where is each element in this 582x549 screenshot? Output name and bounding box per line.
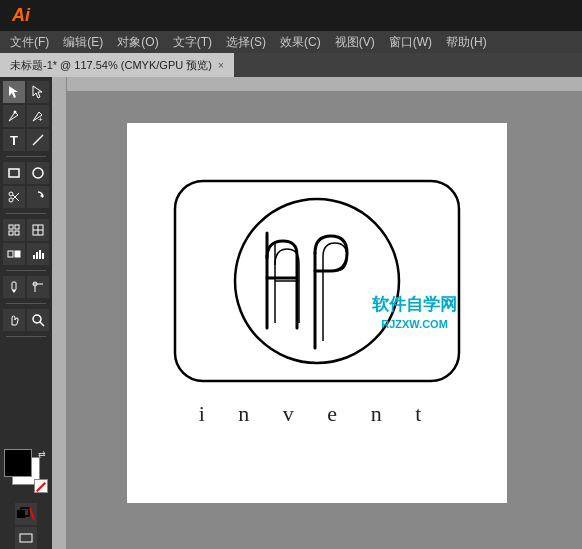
toolbar: + T (0, 77, 52, 549)
svg-rect-19 (8, 251, 13, 257)
svg-marker-1 (33, 86, 42, 98)
tool-group-pen: + (0, 105, 52, 127)
svg-rect-24 (42, 253, 44, 259)
pencil-tool[interactable] (3, 276, 25, 298)
tool-group-hand (0, 309, 52, 331)
menu-text[interactable]: 文字(T) (167, 32, 218, 53)
svg-marker-11 (40, 194, 43, 198)
pen-tool[interactable] (3, 105, 25, 127)
scissors-tool[interactable] (3, 186, 25, 208)
svg-point-8 (9, 198, 13, 202)
zoom-tool[interactable] (27, 309, 49, 331)
tool-group-paint (0, 276, 52, 298)
tool-group-shape (0, 162, 52, 184)
mesh-tool[interactable] (27, 276, 49, 298)
rect-tool[interactable] (3, 162, 25, 184)
svg-rect-22 (36, 252, 38, 259)
menu-edit[interactable]: 编辑(E) (57, 32, 109, 53)
ruler-horizontal (52, 77, 582, 92)
svg-text:i n v e n t: i n v e n t (199, 401, 436, 426)
svg-line-31 (40, 322, 44, 326)
menu-help[interactable]: 帮助(H) (440, 32, 493, 53)
rotate-tool[interactable] (27, 186, 49, 208)
svg-rect-13 (15, 225, 19, 229)
hp-logo: i n v e n t 软件自学网 RJZXW.COM (167, 173, 467, 453)
symbol-tool[interactable] (27, 219, 49, 241)
title-bar: Ai (0, 0, 582, 31)
separator-3 (6, 270, 46, 271)
color-swatches: ⇄ (4, 449, 48, 493)
svg-point-37 (235, 199, 399, 363)
tool-group-eraser (0, 186, 52, 208)
screen-mode-icon[interactable] (15, 527, 37, 549)
menu-object[interactable]: 对象(O) (111, 32, 164, 53)
canvas-area[interactable]: i n v e n t 软件自学网 RJZXW.COM (52, 77, 582, 549)
svg-rect-14 (9, 231, 13, 235)
svg-rect-25 (12, 282, 16, 290)
separator-4 (6, 303, 46, 304)
separator-1 (6, 156, 46, 157)
svg-point-30 (33, 315, 41, 323)
graph-tool[interactable] (27, 243, 49, 265)
tool-group-screen (0, 527, 52, 549)
svg-line-34 (30, 508, 34, 520)
direct-select-tool[interactable] (27, 81, 49, 103)
tool-group-select (0, 81, 52, 103)
main-area: + T (0, 77, 582, 549)
no-color-swatch[interactable] (34, 479, 48, 493)
menu-window[interactable]: 窗口(W) (383, 32, 438, 53)
svg-line-4 (33, 135, 43, 145)
svg-rect-21 (33, 255, 35, 259)
tool-group-type: T (0, 129, 52, 151)
tool-group-stroke (0, 503, 52, 525)
ellipse-tool[interactable] (27, 162, 49, 184)
separator-2 (6, 213, 46, 214)
separator-5 (6, 336, 46, 337)
svg-text:+: + (38, 115, 43, 123)
menu-bar: 文件(F) 编辑(E) 对象(O) 文字(T) 选择(S) 效果(C) 视图(V… (0, 31, 582, 53)
menu-select[interactable]: 选择(S) (220, 32, 272, 53)
menu-file[interactable]: 文件(F) (4, 32, 55, 53)
tab-label: 未标题-1* @ 117.54% (CMYK/GPU 预览) (10, 58, 212, 73)
tool-group-transform (0, 219, 52, 241)
svg-rect-23 (39, 250, 41, 259)
tab-bar: 未标题-1* @ 117.54% (CMYK/GPU 预览) × (0, 53, 582, 77)
menu-view[interactable]: 视图(V) (329, 32, 381, 53)
svg-rect-12 (9, 225, 13, 229)
document-tab[interactable]: 未标题-1* @ 117.54% (CMYK/GPU 预览) × (0, 53, 234, 77)
svg-marker-0 (9, 86, 18, 98)
svg-point-6 (33, 168, 43, 178)
svg-marker-26 (12, 290, 16, 293)
svg-rect-15 (15, 231, 19, 235)
svg-point-7 (9, 192, 13, 196)
blend-tool[interactable] (3, 243, 25, 265)
canvas-paper: i n v e n t 软件自学网 RJZXW.COM (127, 123, 507, 503)
type-tool[interactable]: T (3, 129, 25, 151)
add-anchor-tool[interactable]: + (27, 105, 49, 127)
grid-tool[interactable] (3, 219, 25, 241)
fill-stroke-icon[interactable] (15, 503, 37, 525)
svg-rect-5 (9, 169, 19, 177)
tool-group-graph (0, 243, 52, 265)
foreground-color-swatch[interactable] (4, 449, 32, 477)
select-tool[interactable] (3, 81, 25, 103)
app-logo: Ai (8, 3, 34, 28)
menu-effect[interactable]: 效果(C) (274, 32, 327, 53)
svg-point-2 (14, 111, 17, 114)
line-tool[interactable] (27, 129, 49, 151)
ruler-vertical (52, 77, 67, 549)
svg-rect-35 (20, 534, 32, 542)
tab-close-button[interactable]: × (218, 60, 224, 71)
svg-rect-20 (15, 251, 20, 257)
hand-tool[interactable] (3, 309, 25, 331)
